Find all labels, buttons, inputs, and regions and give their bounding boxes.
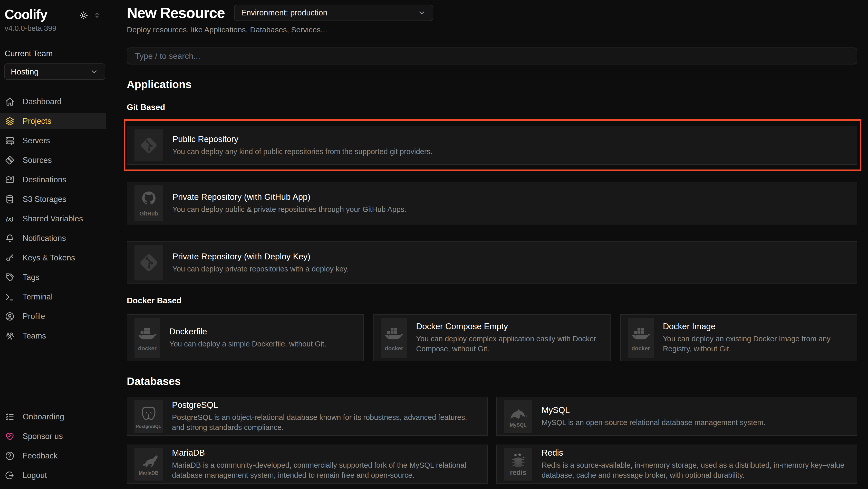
card-private-repository-deploy-key[interactable]: Private Repository (with Deploy Key) You… <box>127 241 857 284</box>
sidebar-item-label: Sources <box>23 156 52 165</box>
postgresql-icon: PostgreSQL <box>134 400 163 433</box>
app-logo[interactable]: Coolify <box>5 7 47 22</box>
card-description: You can deploy an existing Docker Image … <box>663 334 849 354</box>
tag-icon <box>5 272 15 283</box>
card-public-repository[interactable]: Public Repository You can deploy any kin… <box>127 126 857 165</box>
git-source-icon <box>5 155 15 165</box>
git-icon <box>134 245 163 281</box>
sidebar-item-label: Logout <box>23 471 47 480</box>
card-description: MySQL is an open-source relational datab… <box>541 418 766 428</box>
sidebar-item-label: Tags <box>23 273 39 282</box>
sidebar-item-projects[interactable]: Projects <box>0 113 106 129</box>
sidebar-item-label: Teams <box>23 331 46 341</box>
chevron-down-icon <box>90 67 98 76</box>
card-title: Docker Compose Empty <box>416 321 602 331</box>
sidebar-header-actions <box>79 11 101 20</box>
page-title: New Resource <box>127 4 225 21</box>
docker-cards-grid: docker Dockerfile You can deploy a simpl… <box>127 314 857 362</box>
sidebar-item-label: Keys & Tokens <box>23 253 75 262</box>
card-text: Dockerfile You can deploy a simple Docke… <box>169 327 326 349</box>
sidebar-item-s3-storages[interactable]: S3 Storages <box>0 191 106 207</box>
sidebar-item-servers[interactable]: Servers <box>0 133 106 149</box>
docker-tile-label: docker <box>138 346 157 351</box>
sidebar-item-label: Projects <box>23 117 51 126</box>
bell-icon <box>5 233 15 243</box>
sidebar-item-label: Shared Variables <box>23 214 83 224</box>
card-postgresql[interactable]: PostgreSQL PostgreSQL PostgreSQL is an o… <box>127 397 488 436</box>
docker-tile-label: docker <box>631 346 650 351</box>
theme-selector-chevrons-icon[interactable] <box>93 12 101 19</box>
page-header: New Resource Environment: production <box>127 4 857 21</box>
mysql-tile-label: MySQL <box>510 423 526 427</box>
card-mariadb[interactable]: MariaDB MariaDB MariaDB is a community-d… <box>127 444 488 484</box>
card-title: Public Repository <box>173 134 432 144</box>
card-text: Private Repository (with GitHub App) You… <box>173 192 406 214</box>
environment-select[interactable]: Environment: production <box>234 5 433 21</box>
card-title: Dockerfile <box>169 327 326 337</box>
checklist-icon <box>5 412 15 422</box>
docker-icon: docker <box>134 318 160 358</box>
sidebar-nav: Dashboard Projects Servers Sources Desti… <box>0 94 110 344</box>
sidebar-item-notifications[interactable]: Notifications <box>0 230 106 246</box>
sidebar-item-label: Notifications <box>23 234 66 243</box>
sidebar-item-profile[interactable]: Profile <box>0 309 106 324</box>
sidebar-item-destinations[interactable]: Destinations <box>0 172 106 188</box>
app-version: v4.0.0-beta.399 <box>5 24 110 33</box>
team-select-value: Hosting <box>11 67 39 77</box>
card-text: Docker Image You can deploy an existing … <box>663 321 849 354</box>
docker-icon: docker <box>628 318 654 358</box>
card-title: Private Repository (with GitHub App) <box>173 192 406 202</box>
mariadb-icon: MariaDB <box>134 448 163 481</box>
card-description: You can deploy complex application easil… <box>416 334 602 354</box>
logout-icon <box>5 470 15 481</box>
sidebar-item-teams[interactable]: Teams <box>0 328 106 344</box>
map-icon <box>5 175 15 185</box>
home-icon <box>5 96 15 107</box>
sidebar-item-logout[interactable]: Logout <box>0 467 106 483</box>
sidebar-item-label: Profile <box>23 312 45 321</box>
card-text: Private Repository (with Deploy Key) You… <box>173 252 349 274</box>
sidebar-item-terminal[interactable]: Terminal <box>0 289 106 305</box>
server-icon <box>5 136 15 146</box>
card-title: Docker Image <box>663 321 849 331</box>
variable-icon: (x) <box>5 214 15 224</box>
help-circle-icon <box>5 451 15 461</box>
sidebar-item-shared-variables[interactable]: (x) Shared Variables <box>0 211 106 227</box>
git-icon <box>134 130 163 161</box>
sidebar-footer-nav: Onboarding Sponsor us Feedback Logout <box>0 409 110 483</box>
postgresql-tile-label: PostgreSQL <box>136 424 161 429</box>
theme-toggle-sun-icon[interactable] <box>79 11 88 20</box>
card-text: Redis Redis is a source-available, in-me… <box>541 448 849 480</box>
sidebar-item-onboarding[interactable]: Onboarding <box>0 409 106 425</box>
card-description: You can deploy any kind of public reposi… <box>173 147 432 157</box>
mysql-icon: MySQL <box>504 400 532 433</box>
card-description: You can deploy a simple Dockerfile, with… <box>169 339 326 349</box>
card-description: Redis is a source-available, in-memory s… <box>541 460 849 480</box>
user-icon <box>5 311 15 321</box>
card-redis[interactable]: redis Redis Redis is a source-available,… <box>496 444 857 484</box>
card-description: You can deploy private repositories with… <box>173 264 349 274</box>
current-team-label: Current Team <box>5 49 110 58</box>
card-docker-image[interactable]: docker Docker Image You can deploy an ex… <box>620 314 857 362</box>
sidebar-item-keys-tokens[interactable]: Keys & Tokens <box>0 250 106 266</box>
github-tile-label: GitHub <box>140 211 158 217</box>
sidebar-item-dashboard[interactable]: Dashboard <box>0 94 106 110</box>
card-title: MySQL <box>541 405 766 415</box>
github-icon: GitHub <box>134 185 163 221</box>
card-mysql[interactable]: MySQL MySQL MySQL is an open-source rela… <box>496 397 857 436</box>
section-title-databases: Databases <box>127 375 857 387</box>
sidebar-header: Coolify <box>0 7 110 22</box>
sidebar-item-sources[interactable]: Sources <box>0 152 106 168</box>
search-input[interactable] <box>127 48 857 64</box>
team-select[interactable]: Hosting <box>4 63 105 80</box>
card-docker-compose-empty[interactable]: docker Docker Compose Empty You can depl… <box>373 314 610 362</box>
sidebar-item-tags[interactable]: Tags <box>0 269 106 285</box>
sidebar-item-label: Servers <box>23 136 50 145</box>
card-description: MariaDB is a community-developed, commer… <box>172 460 480 480</box>
card-dockerfile[interactable]: docker Dockerfile You can deploy a simpl… <box>127 314 364 362</box>
sidebar-item-feedback[interactable]: Feedback <box>0 448 106 464</box>
sidebar-item-sponsor-us[interactable]: Sponsor us <box>0 428 106 444</box>
sidebar-item-label: S3 Storages <box>23 195 66 204</box>
card-text: Docker Compose Empty You can deploy comp… <box>416 321 602 354</box>
card-private-repository-github-app[interactable]: GitHub Private Repository (with GitHub A… <box>127 182 857 225</box>
